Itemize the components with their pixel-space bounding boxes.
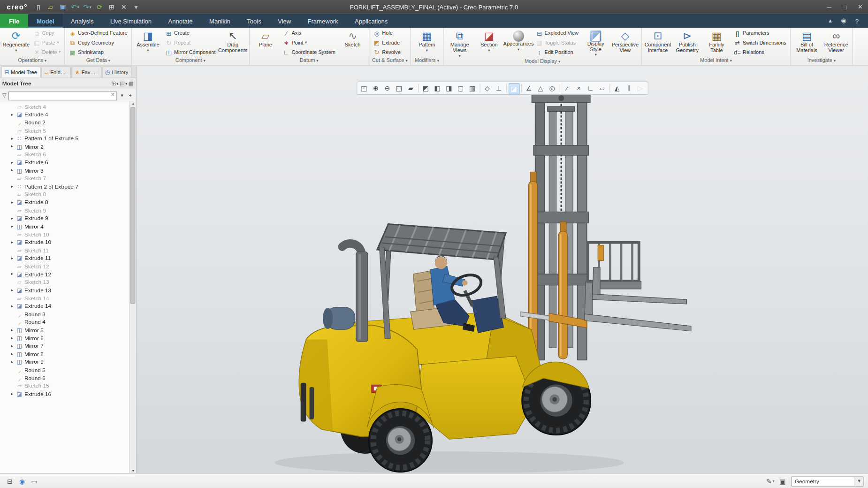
plane-display-icon[interactable]: ▱ (596, 83, 608, 94)
tree-item-extrude-6[interactable]: ▸◪Extrude 6 (0, 159, 129, 167)
tree-search-input[interactable] (8, 92, 117, 100)
tree-columns-button[interactable]: ⊞▾ (111, 79, 118, 88)
exploded-view-button[interactable]: ⊟Exploded View (533, 29, 581, 38)
tree-settings-button[interactable]: ▤▾ (120, 79, 128, 88)
tree-item-extrude-14[interactable]: ▸◪Extrude 14 (0, 302, 129, 310)
paste-button[interactable]: ▤Paste▾ (31, 38, 63, 47)
display-style-button[interactable]: ◪Display Style▾ (581, 28, 610, 57)
saved-orientations-icon[interactable]: ◇ (482, 83, 493, 94)
tree-item-sketch-10[interactable]: ▱Sketch 10 (0, 230, 129, 238)
tab-view[interactable]: View (269, 14, 299, 28)
tab-tools[interactable]: Tools (239, 14, 270, 28)
tree-item-mirror-3[interactable]: ▸◫Mirror 3 (0, 167, 129, 175)
tree-item-mirror-5[interactable]: ▸◫Mirror 5 (0, 326, 129, 334)
hole-button[interactable]: ◎Hole (371, 29, 403, 38)
expand-arrow-icon[interactable]: ▸ (10, 256, 14, 260)
undo-icon[interactable]: ↶▾ (69, 1, 81, 13)
model-tree-toggle-icon[interactable]: ⊟ (4, 476, 15, 487)
tab-manikin[interactable]: Manikin (201, 14, 238, 28)
expand-arrow-icon[interactable]: ▸ (10, 344, 14, 348)
group-label-modifiers[interactable]: Modifiers ▾ (412, 58, 441, 66)
new-file-icon[interactable]: ▯ (33, 1, 44, 13)
expand-arrow-icon[interactable]: ▸ (10, 224, 14, 229)
tree-item-extrude-9[interactable]: ▸◪Extrude 9 (0, 214, 129, 222)
appearance-gallery-icon[interactable]: ✎▾ (765, 476, 776, 487)
shading-icon[interactable]: ◨ (443, 83, 455, 94)
manage-views-button[interactable]: ⧉Manage Views▾ (445, 28, 474, 58)
delete-button[interactable]: ✕Delete▾ (31, 48, 63, 57)
tab-analysis[interactable]: Analysis (62, 14, 102, 28)
tree-item-round-2[interactable]: ◞Round 2 (0, 119, 129, 127)
point-button[interactable]: ∗Point▾ (281, 38, 338, 47)
help-icon[interactable]: ? (852, 15, 863, 27)
tab-model[interactable]: Model (28, 14, 62, 28)
forklift-model[interactable] (161, 79, 868, 473)
tree-item-sketch-15[interactable]: ▱Sketch 15 (0, 382, 129, 390)
axis-button[interactable]: ∕Axis (281, 29, 338, 38)
tree-item-mirror-8[interactable]: ▸◫Mirror 8 (0, 350, 129, 358)
expand-arrow-icon[interactable]: ▸ (10, 200, 14, 205)
copy-geometry-button[interactable]: ⧉Copy Geometry (67, 38, 129, 47)
tree-item-mirror-9[interactable]: ▸◫Mirror 9 (0, 358, 129, 366)
tree-item-pattern-1-of-extrude-5[interactable]: ▸∷Pattern 1 of Extrude 5 (0, 135, 129, 143)
reference-viewer-button[interactable]: ∞Reference Viewer (822, 28, 850, 54)
publish-geometry-button[interactable]: ⊳Publish Geometry (673, 28, 701, 54)
expand-arrow-icon[interactable]: ▸ (10, 352, 14, 356)
add-filter-button[interactable]: + (127, 92, 134, 98)
window-switch-icon[interactable]: ⊞ (106, 1, 117, 13)
expand-arrow-icon[interactable]: ▸ (10, 112, 14, 116)
expand-arrow-icon[interactable]: ▸ (10, 392, 14, 396)
expand-arrow-icon[interactable]: ▸ (10, 168, 14, 173)
expand-arrow-icon[interactable]: ▸ (10, 360, 14, 364)
shading-with-edges-icon[interactable]: ◧ (432, 83, 443, 94)
open-file-icon[interactable]: ▱ (45, 1, 56, 13)
parameters-button[interactable]: []Parameters (731, 29, 788, 38)
shrinkwrap-button[interactable]: ▩Shrinkwrap (67, 48, 129, 57)
scroll-down-icon[interactable]: ▼ (130, 468, 136, 473)
expand-arrow-icon[interactable]: ▸ (10, 272, 14, 276)
expand-arrow-icon[interactable]: ▸ (10, 145, 14, 149)
expand-arrow-icon[interactable]: ▸ (10, 160, 14, 165)
repeat-button[interactable]: ↻Repeat (163, 38, 218, 47)
group-label-operations[interactable]: Operations ▾ (2, 58, 63, 66)
switch-dimensions-button[interactable]: ⇄Switch Dimensions (731, 38, 788, 47)
tree-item-sketch-8[interactable]: ▱Sketch 8 (0, 191, 129, 198)
group-label-cut-surface[interactable]: Cut & Surface ▾ (371, 58, 409, 66)
zoom-region-icon[interactable]: ◰ (358, 83, 370, 94)
tab-annotate[interactable]: Annotate (160, 14, 201, 28)
expand-arrow-icon[interactable]: ▸ (10, 288, 14, 292)
tree-item-extrude-11[interactable]: ▸◪Extrude 11 (0, 254, 129, 262)
mirror-component-button[interactable]: ◫Mirror Component (163, 48, 218, 57)
pattern-button[interactable]: ▦Pattern▾ (412, 28, 441, 53)
clear-search-icon[interactable]: ✕ (109, 91, 116, 99)
tree-item-round-4[interactable]: ◞Round 4 (0, 318, 129, 326)
tree-item-pattern-2-of-extrude-7[interactable]: ▸∷Pattern 2 of Extrude 7 (0, 183, 129, 191)
tree-item-sketch-14[interactable]: ▱Sketch 14 (0, 294, 129, 302)
regenerate-quick-icon[interactable]: ⟳ (94, 1, 105, 13)
navigator-tab-history[interactable]: ◷History (102, 67, 131, 78)
tree-item-round-6[interactable]: ◞Round 6 (0, 374, 129, 382)
close-window-icon[interactable]: ✕ (118, 1, 129, 13)
coordinate-system-button[interactable]: ∟Coordinate System (281, 48, 338, 57)
component-interface-button[interactable]: ⊡Component Interface (643, 28, 672, 54)
tree-item-extrude-12[interactable]: ▸◪Extrude 12 (0, 270, 129, 278)
extrude-button[interactable]: ◩Extrude (371, 38, 403, 47)
tree-item-extrude-10[interactable]: ▸◪Extrude 10 (0, 238, 129, 246)
regenerate-button[interactable]: ⟳Regenerate▾ (2, 28, 30, 53)
tree-item-round-3[interactable]: ◞Round 3 (0, 310, 129, 318)
section-button[interactable]: ◪Section▾ (475, 28, 503, 53)
plane-button[interactable]: ▱Plane (251, 28, 280, 48)
minimize-button[interactable]: ─ (822, 1, 837, 13)
search-options-dropdown[interactable]: ▾ (119, 92, 125, 98)
group-label-model-intent[interactable]: Model Intent ▾ (643, 58, 788, 66)
expand-arrow-icon[interactable]: ▸ (10, 137, 14, 141)
scroll-up-icon[interactable]: ▲ (130, 101, 136, 107)
screen-capture-icon[interactable]: ▣ (777, 476, 788, 487)
tree-item-sketch-11[interactable]: ▱Sketch 11 (0, 246, 129, 254)
perspective-view-button[interactable]: ◇Perspective View (611, 28, 640, 54)
spin-center-icon[interactable]: ◎ (547, 83, 558, 94)
tree-item-sketch-5[interactable]: ▱Sketch 5 (0, 127, 129, 135)
web-browser-icon[interactable]: ◉ (16, 476, 28, 487)
expand-arrow-icon[interactable]: ▸ (10, 240, 14, 244)
tree-item-mirror-4[interactable]: ▸◫Mirror 4 (0, 222, 129, 230)
